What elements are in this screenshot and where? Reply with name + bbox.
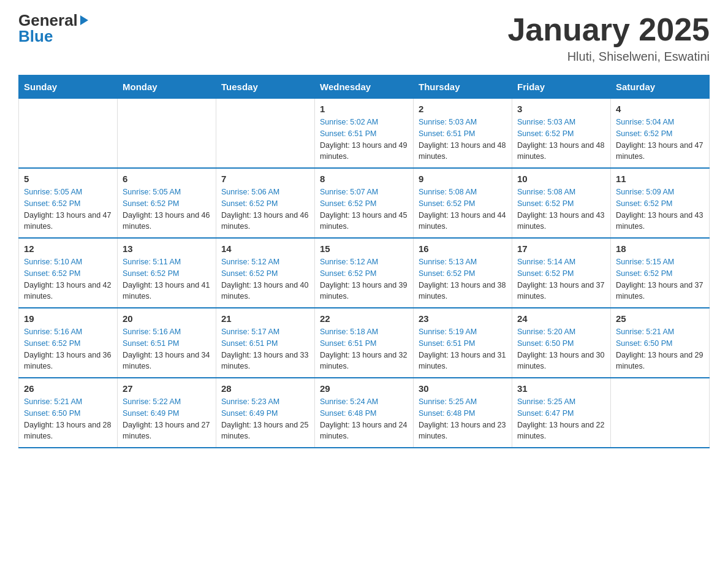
sun-info: Sunrise: 5:03 AMSunset: 6:52 PMDaylight:… (517, 117, 605, 163)
day-cell: 4Sunrise: 5:04 AMSunset: 6:52 PMDaylight… (611, 99, 710, 169)
day-cell: 13Sunrise: 5:11 AMSunset: 6:52 PMDayligh… (118, 238, 216, 308)
sun-info: Sunrise: 5:12 AMSunset: 6:52 PMDaylight:… (221, 256, 309, 302)
sun-info: Sunrise: 5:21 AMSunset: 6:50 PMDaylight:… (616, 326, 704, 372)
sun-info: Sunrise: 5:06 AMSunset: 6:52 PMDaylight:… (221, 186, 309, 232)
sunset-text: Sunset: 6:48 PM (419, 409, 475, 418)
sun-info: Sunrise: 5:21 AMSunset: 6:50 PMDaylight:… (24, 396, 112, 442)
sunset-text: Sunset: 6:52 PM (221, 269, 278, 278)
day-cell (19, 99, 118, 169)
sun-info: Sunrise: 5:18 AMSunset: 6:51 PMDaylight:… (320, 326, 408, 372)
day-number: 21 (221, 313, 309, 324)
day-cell (611, 378, 710, 448)
day-cell: 2Sunrise: 5:03 AMSunset: 6:51 PMDaylight… (414, 99, 512, 169)
sunset-text: Sunset: 6:51 PM (320, 339, 376, 348)
sun-info: Sunrise: 5:08 AMSunset: 6:52 PMDaylight:… (517, 186, 605, 232)
sunrise-text: Sunrise: 5:16 AM (123, 327, 181, 336)
sun-info: Sunrise: 5:03 AMSunset: 6:51 PMDaylight:… (419, 117, 507, 163)
sunset-text: Sunset: 6:51 PM (419, 339, 475, 348)
sun-info: Sunrise: 5:22 AMSunset: 6:49 PMDaylight:… (123, 396, 211, 442)
day-number: 5 (24, 174, 112, 184)
day-number: 7 (221, 174, 309, 184)
sunrise-text: Sunrise: 5:02 AM (320, 118, 378, 126)
sunrise-text: Sunrise: 5:10 AM (24, 258, 82, 266)
header-day-tuesday: Tuesday (216, 75, 315, 99)
day-number: 1 (320, 104, 408, 114)
calendar-subtitle: Hluti, Shiselweni, Eswatini (507, 50, 710, 64)
day-cell (216, 99, 315, 169)
sunset-text: Sunset: 6:49 PM (123, 409, 179, 418)
day-number: 24 (517, 313, 605, 324)
day-cell: 16Sunrise: 5:13 AMSunset: 6:52 PMDayligh… (414, 238, 512, 308)
sun-info: Sunrise: 5:13 AMSunset: 6:52 PMDaylight:… (419, 256, 507, 302)
day-cell: 11Sunrise: 5:09 AMSunset: 6:52 PMDayligh… (611, 168, 710, 238)
day-cell (118, 99, 216, 169)
day-cell: 29Sunrise: 5:24 AMSunset: 6:48 PMDayligh… (315, 378, 414, 448)
week-row-3: 12Sunrise: 5:10 AMSunset: 6:52 PMDayligh… (19, 238, 710, 308)
sun-info: Sunrise: 5:16 AMSunset: 6:51 PMDaylight:… (123, 326, 211, 372)
sunrise-text: Sunrise: 5:06 AM (221, 188, 279, 196)
sunrise-text: Sunrise: 5:09 AM (616, 188, 674, 196)
sun-info: Sunrise: 5:14 AMSunset: 6:52 PMDaylight:… (517, 256, 605, 302)
day-cell: 27Sunrise: 5:22 AMSunset: 6:49 PMDayligh… (118, 378, 216, 448)
sun-info: Sunrise: 5:07 AMSunset: 6:52 PMDaylight:… (320, 186, 408, 232)
sun-info: Sunrise: 5:09 AMSunset: 6:52 PMDaylight:… (616, 186, 704, 232)
day-cell: 3Sunrise: 5:03 AMSunset: 6:52 PMDaylight… (512, 99, 611, 169)
day-number: 9 (419, 174, 507, 184)
day-number: 17 (517, 243, 605, 254)
sunset-text: Sunset: 6:52 PM (616, 129, 672, 138)
sunset-text: Sunset: 6:52 PM (24, 339, 80, 348)
sunrise-text: Sunrise: 5:17 AM (221, 327, 279, 336)
sunrise-text: Sunrise: 5:19 AM (419, 327, 477, 336)
day-cell: 1Sunrise: 5:02 AMSunset: 6:51 PMDaylight… (315, 99, 414, 169)
day-cell: 12Sunrise: 5:10 AMSunset: 6:52 PMDayligh… (19, 238, 118, 308)
sunrise-text: Sunrise: 5:16 AM (24, 327, 82, 336)
day-number: 11 (616, 174, 704, 184)
day-number: 3 (517, 104, 605, 114)
day-cell: 6Sunrise: 5:05 AMSunset: 6:52 PMDaylight… (118, 168, 216, 238)
title-block: January 2025 Hluti, Shiselweni, Eswatini (507, 12, 710, 64)
day-number: 8 (320, 174, 408, 184)
day-cell: 9Sunrise: 5:08 AMSunset: 6:52 PMDaylight… (414, 168, 512, 238)
day-number: 12 (24, 243, 112, 254)
day-cell: 25Sunrise: 5:21 AMSunset: 6:50 PMDayligh… (611, 308, 710, 378)
sunrise-text: Sunrise: 5:24 AM (320, 397, 378, 406)
day-number: 23 (419, 313, 507, 324)
header-day-saturday: Saturday (611, 75, 710, 99)
sunrise-text: Sunrise: 5:25 AM (517, 397, 575, 406)
sunrise-text: Sunrise: 5:05 AM (123, 188, 181, 196)
sunset-text: Sunset: 6:47 PM (517, 409, 574, 418)
sun-info: Sunrise: 5:11 AMSunset: 6:52 PMDaylight:… (123, 256, 211, 302)
sun-info: Sunrise: 5:20 AMSunset: 6:50 PMDaylight:… (517, 326, 605, 372)
sunset-text: Sunset: 6:52 PM (123, 199, 179, 208)
day-cell: 7Sunrise: 5:06 AMSunset: 6:52 PMDaylight… (216, 168, 315, 238)
week-row-1: 1Sunrise: 5:02 AMSunset: 6:51 PMDaylight… (19, 99, 710, 169)
sunset-text: Sunset: 6:49 PM (221, 409, 278, 418)
day-number: 10 (517, 174, 605, 184)
day-number: 19 (24, 313, 112, 324)
sunrise-text: Sunrise: 5:13 AM (419, 258, 477, 266)
sun-info: Sunrise: 5:10 AMSunset: 6:52 PMDaylight:… (24, 256, 112, 302)
logo-blue-text: Blue (18, 28, 53, 44)
sunrise-text: Sunrise: 5:18 AM (320, 327, 378, 336)
day-number: 25 (616, 313, 704, 324)
day-number: 20 (123, 313, 211, 324)
sunset-text: Sunset: 6:52 PM (24, 199, 80, 208)
sun-info: Sunrise: 5:15 AMSunset: 6:52 PMDaylight:… (616, 256, 704, 302)
sunset-text: Sunset: 6:52 PM (123, 269, 179, 278)
sunset-text: Sunset: 6:51 PM (320, 129, 376, 138)
header-day-friday: Friday (512, 75, 611, 99)
sun-info: Sunrise: 5:04 AMSunset: 6:52 PMDaylight:… (616, 117, 704, 163)
sunrise-text: Sunrise: 5:21 AM (616, 327, 674, 336)
week-row-2: 5Sunrise: 5:05 AMSunset: 6:52 PMDaylight… (19, 168, 710, 238)
calendar-title: January 2025 (507, 12, 710, 47)
sun-info: Sunrise: 5:23 AMSunset: 6:49 PMDaylight:… (221, 396, 309, 442)
sunrise-text: Sunrise: 5:20 AM (517, 327, 575, 336)
day-number: 13 (123, 243, 211, 254)
sunrise-text: Sunrise: 5:07 AM (320, 188, 378, 196)
sunset-text: Sunset: 6:50 PM (24, 409, 80, 418)
day-cell: 18Sunrise: 5:15 AMSunset: 6:52 PMDayligh… (611, 238, 710, 308)
sunset-text: Sunset: 6:52 PM (419, 199, 475, 208)
sunset-text: Sunset: 6:52 PM (221, 199, 278, 208)
day-number: 18 (616, 243, 704, 254)
day-cell: 22Sunrise: 5:18 AMSunset: 6:51 PMDayligh… (315, 308, 414, 378)
